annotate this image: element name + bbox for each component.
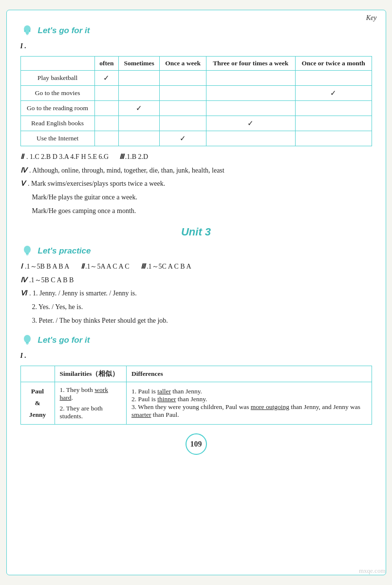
check-books-once-twice — [295, 116, 372, 131]
table-header-three-four: Three or four times a week — [206, 56, 295, 70]
part-V-row: Ⅴ . Mark swims/exercises/plays sports tw… — [20, 178, 372, 190]
section2-vi-line2: 2. Yes. / Yes, he is. — [32, 301, 372, 313]
sim-row-label: Paul&Jenny — [20, 382, 55, 425]
svg-point-8 — [24, 335, 31, 343]
section2-title: Let's practice — [20, 244, 372, 258]
section2-heading: Let's practice — [38, 246, 91, 256]
check-reading-once-twice — [295, 100, 372, 116]
page-bottom: 109 — [20, 433, 372, 455]
check-basketball-sometimes — [118, 70, 159, 85]
frequency-table: often Sometimes Once a week Three or fou… — [20, 56, 372, 146]
svg-rect-1 — [26, 33, 29, 34]
check-internet-once-week: ✓ — [160, 131, 206, 146]
table-header-once-twice: Once or twice a month — [295, 56, 372, 70]
activity-basketball: Play basketball — [20, 70, 94, 85]
sim-header-similarities: Similarities（相似） — [55, 366, 126, 382]
check-books-often — [94, 116, 118, 131]
svg-rect-9 — [26, 342, 29, 344]
similarities-table: Similarities（相似） Differences Paul&Jenny … — [20, 366, 372, 425]
part-V-line2: Mark/He plays the guitar once a week. — [32, 192, 372, 203]
check-reading-once-week — [160, 100, 206, 116]
diff-line3: 3. When they were young children, Paul w… — [131, 403, 367, 419]
check-basketball-three-four — [206, 70, 295, 85]
sim-differences-cell: 1. Paul is taller than Jenny. 2. Paul is… — [126, 382, 372, 425]
table-row: Read English books ✓ — [20, 116, 372, 131]
section3-heading: Let's go for it — [38, 335, 90, 345]
table-row: Go to the reading room ✓ — [20, 100, 372, 116]
diff-line1: 1. Paul is taller than Jenny. — [131, 388, 367, 395]
table-row: Go to the movies ✓ — [20, 85, 372, 100]
check-movies-sometimes — [118, 85, 159, 100]
check-reading-three-four — [206, 100, 295, 116]
section3-part-I-label: I . — [20, 350, 372, 362]
check-books-once-week — [160, 116, 206, 131]
table-row: Play basketball ✓ — [20, 70, 372, 85]
key-label: Key — [366, 14, 377, 22]
page-container: Key Let's go for it I . often Sometimes … — [6, 10, 386, 575]
check-books-sometimes — [118, 116, 159, 131]
part-V-line3: Mark/He goes camping once a month. — [32, 205, 372, 217]
check-basketball-once-twice — [295, 70, 372, 85]
check-movies-once-twice: ✓ — [295, 85, 372, 100]
check-internet-often — [94, 131, 118, 146]
check-basketball-once-week — [160, 70, 206, 85]
sim-similarities-cell: 1. They both work hard. 2. They are both… — [55, 382, 126, 425]
activity-movies: Go to the movies — [20, 85, 94, 100]
section2-part-VI: Ⅵ . 1. Jenny. / Jenny is smarter. / Jenn… — [20, 288, 372, 299]
section2-part-IV: Ⅳ .1～5B C A B B — [20, 274, 372, 286]
svg-point-0 — [24, 25, 31, 33]
unit3-title: Unit 3 — [20, 226, 372, 238]
table-header-often: often — [94, 56, 118, 70]
check-movies-once-week — [160, 85, 206, 100]
section1-heading: Let's go for it — [38, 26, 90, 36]
part-IV-row: Ⅳ . Although, online, through, mind, tog… — [20, 165, 372, 176]
sim-line2: 2. They are both students. — [60, 405, 121, 420]
page-number: 109 — [186, 433, 207, 455]
svg-rect-10 — [26, 344, 28, 345]
check-movies-three-four — [206, 85, 295, 100]
sim-header-differences: Differences — [126, 366, 372, 382]
check-movies-often — [94, 85, 118, 100]
section1-title: Let's go for it — [20, 24, 372, 38]
section2-part-I-II-III: Ⅰ .1～5B B A B A Ⅱ.1～5A A C A C Ⅲ.1～5C A … — [20, 261, 372, 273]
check-internet-sometimes — [118, 131, 159, 146]
section3-title: Let's go for it — [20, 333, 372, 347]
lightbulb-icon-2 — [20, 244, 34, 258]
activity-english-books: Read English books — [20, 116, 94, 131]
check-reading-often — [94, 100, 118, 116]
check-books-three-four: ✓ — [206, 116, 295, 131]
lightbulb-icon — [20, 24, 34, 38]
table-header-activity — [20, 56, 94, 70]
svg-rect-7 — [26, 254, 28, 255]
svg-point-5 — [24, 246, 31, 254]
part-II-row: Ⅱ . 1.C 2.B D 3.A 4.F H 5.E 6.G Ⅲ.1.B 2.… — [20, 151, 372, 163]
svg-rect-2 — [26, 34, 28, 35]
activity-reading-room: Go to the reading room — [20, 100, 94, 116]
sim-table-row: Paul&Jenny 1. They both work hard. 2. Th… — [20, 382, 372, 425]
check-reading-sometimes: ✓ — [118, 100, 159, 116]
lightbulb-icon-3 — [20, 333, 34, 347]
check-internet-once-twice — [295, 131, 372, 146]
sim-line1: 1. They both work hard. — [60, 386, 121, 402]
table-header-once-week: Once a week — [160, 56, 206, 70]
svg-rect-6 — [26, 253, 29, 254]
check-basketball-often: ✓ — [94, 70, 118, 85]
diff-line2: 2. Paul is thinner than Jenny. — [131, 395, 367, 403]
part-I-label: I . — [20, 40, 372, 52]
check-internet-three-four — [206, 131, 295, 146]
section2-vi-line3: 3. Peter. / The boy thinks Peter should … — [32, 315, 372, 327]
table-header-sometimes: Sometimes — [118, 56, 159, 70]
sim-header-blank — [20, 366, 55, 382]
activity-internet: Use the Internet — [20, 131, 94, 146]
watermark: mxqe.com — [359, 567, 386, 575]
table-row: Use the Internet ✓ — [20, 131, 372, 146]
